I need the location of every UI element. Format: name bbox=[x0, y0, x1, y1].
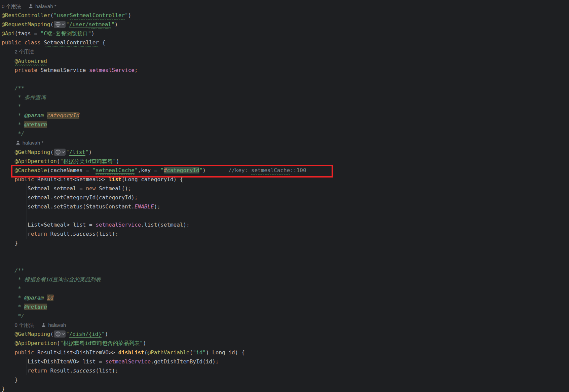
code-token: @return bbox=[24, 121, 47, 128]
globe-mapping-icon[interactable] bbox=[54, 21, 66, 28]
code-line: * 条件查询 bbox=[2, 93, 569, 102]
code-token: list bbox=[109, 176, 122, 183]
code-token: @Autowired bbox=[15, 58, 47, 64]
author-person-icon bbox=[41, 321, 46, 326]
code-token: ,key = bbox=[138, 167, 160, 173]
code-token: " bbox=[66, 331, 69, 337]
code-token bbox=[2, 322, 15, 328]
code-token bbox=[2, 231, 28, 237]
code-token: ) Long id) { bbox=[206, 349, 245, 356]
code-token: (list) bbox=[96, 367, 115, 374]
code-token: ; bbox=[186, 222, 190, 228]
code-token: SetmealService bbox=[41, 67, 89, 73]
code-token: /** bbox=[15, 85, 25, 91]
code-token: * bbox=[18, 295, 24, 301]
code-line: * 根据套餐id查询包含的菜品列表 bbox=[2, 275, 569, 284]
inlay-hint[interactable]: halavah bbox=[47, 322, 66, 328]
code-token: @RestController bbox=[2, 12, 50, 18]
code-token bbox=[2, 340, 15, 346]
indent-guide bbox=[14, 47, 14, 384]
code-token: ; bbox=[135, 194, 138, 201]
code-token: ) bbox=[115, 21, 118, 28]
code-token: setmealService bbox=[96, 222, 141, 228]
code-token: ; bbox=[115, 367, 118, 374]
code-token: @GetMapping bbox=[15, 149, 50, 155]
code-token: * bbox=[18, 103, 21, 110]
inlay-hint[interactable]: 0 个用法 bbox=[2, 3, 21, 9]
code-token: categoryId bbox=[47, 112, 79, 119]
code-editor[interactable]: 0 个用法 halavah *@RestController("userSetm… bbox=[0, 0, 569, 392]
code-line: */ bbox=[2, 311, 569, 320]
code-token: ::100 bbox=[290, 167, 306, 173]
inlay-hint[interactable]: 2 个用法 bbox=[15, 49, 34, 54]
code-token: } bbox=[2, 386, 5, 392]
code-token: Result. bbox=[47, 367, 73, 374]
code-token: ; bbox=[135, 67, 138, 73]
code-token: ( bbox=[50, 21, 54, 28]
inlay-hint[interactable]: 0 个用法 bbox=[15, 322, 34, 328]
code-token: " bbox=[92, 167, 96, 173]
code-token: " bbox=[125, 12, 128, 18]
code-token: */ bbox=[18, 130, 24, 137]
code-token: return bbox=[28, 367, 47, 374]
code-token: success bbox=[73, 231, 96, 237]
inlay-hint[interactable]: halavah * bbox=[21, 140, 44, 146]
code-token: "根据分类id查询套餐" bbox=[60, 158, 116, 164]
code-token bbox=[2, 267, 15, 274]
code-token: " bbox=[135, 167, 138, 173]
code-token: "根据套餐id查询包含的菜品列表" bbox=[60, 340, 143, 346]
code-line: } bbox=[2, 375, 569, 384]
author-person-icon bbox=[28, 2, 33, 7]
code-line: * @return bbox=[2, 120, 569, 129]
code-token: * 条件查询 bbox=[18, 94, 46, 101]
code-token: return bbox=[28, 231, 47, 237]
code-token: ) bbox=[154, 203, 157, 210]
code-token: ( bbox=[190, 349, 193, 356]
code-token: " bbox=[193, 349, 196, 356]
code-token bbox=[2, 295, 18, 301]
code-token bbox=[2, 112, 18, 119]
inlay-hint[interactable]: halavah * bbox=[34, 3, 56, 9]
code-line: @Autowired bbox=[2, 56, 569, 66]
code-token: " bbox=[66, 149, 69, 155]
code-token: setmealService bbox=[105, 358, 151, 365]
code-token: .list(setmeal) bbox=[141, 222, 186, 228]
code-line bbox=[2, 248, 569, 257]
code-token: categoryId bbox=[167, 167, 199, 173]
code-token: setmealCache bbox=[251, 167, 290, 173]
code-token bbox=[44, 295, 47, 301]
code-token: " bbox=[160, 167, 164, 173]
code-token bbox=[2, 85, 15, 91]
code-token: @Cacheable bbox=[15, 167, 47, 173]
code-token: * bbox=[18, 304, 24, 310]
code-line: return Result.success(list); bbox=[2, 229, 569, 238]
code-line: 0 个用法 halavah bbox=[2, 320, 569, 329]
code-token: SetmealController bbox=[70, 12, 125, 18]
code-token: @param bbox=[24, 295, 44, 301]
code-token bbox=[2, 167, 15, 173]
globe-mapping-icon[interactable] bbox=[54, 330, 66, 338]
code-token: ( bbox=[57, 340, 60, 346]
code-line bbox=[2, 257, 569, 266]
globe-mapping-icon[interactable] bbox=[54, 149, 66, 156]
code-line: public Result<List<Setmeal>> list(Long c… bbox=[2, 175, 569, 184]
code-line bbox=[2, 211, 569, 220]
code-token: "user bbox=[53, 12, 70, 18]
code-token: private bbox=[15, 67, 41, 73]
code-token: SetmealController bbox=[44, 39, 99, 46]
code-token bbox=[2, 285, 18, 292]
code-line: @Api(tags = "C端-套餐浏览接口") bbox=[2, 29, 569, 38]
code-line: * bbox=[2, 284, 569, 293]
code-token: /list bbox=[69, 149, 85, 156]
code-token: " bbox=[199, 167, 203, 173]
code-line: List<DishItemVO> list = setmealService.g… bbox=[2, 357, 569, 366]
code-token: * bbox=[18, 112, 24, 119]
code-token bbox=[2, 349, 15, 356]
code-token: public class bbox=[2, 39, 44, 46]
code-token bbox=[2, 276, 18, 283]
code-token: ( bbox=[50, 12, 54, 18]
code-line: * @param categoryId bbox=[2, 111, 569, 120]
indent-guide bbox=[27, 357, 27, 375]
code-token: ) bbox=[116, 158, 119, 164]
code-token: ; bbox=[115, 231, 118, 237]
